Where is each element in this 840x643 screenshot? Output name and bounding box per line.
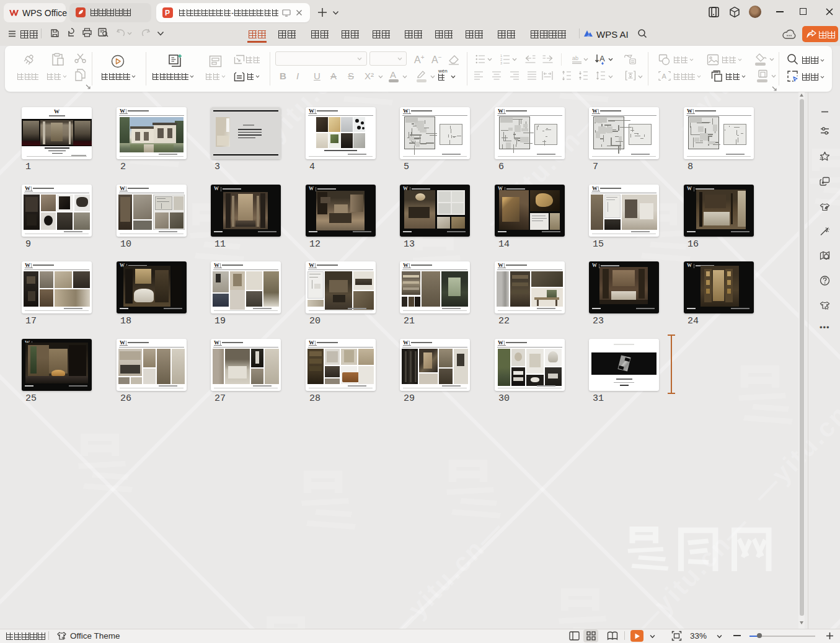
- svg-text:ab: ab: [572, 55, 578, 61]
- svg-text:3: 3: [500, 61, 502, 64]
- svg-text:—yitu.cn—: —yitu.cn—: [383, 513, 510, 643]
- svg-text:A: A: [599, 54, 605, 63]
- svg-text:A: A: [662, 72, 667, 80]
